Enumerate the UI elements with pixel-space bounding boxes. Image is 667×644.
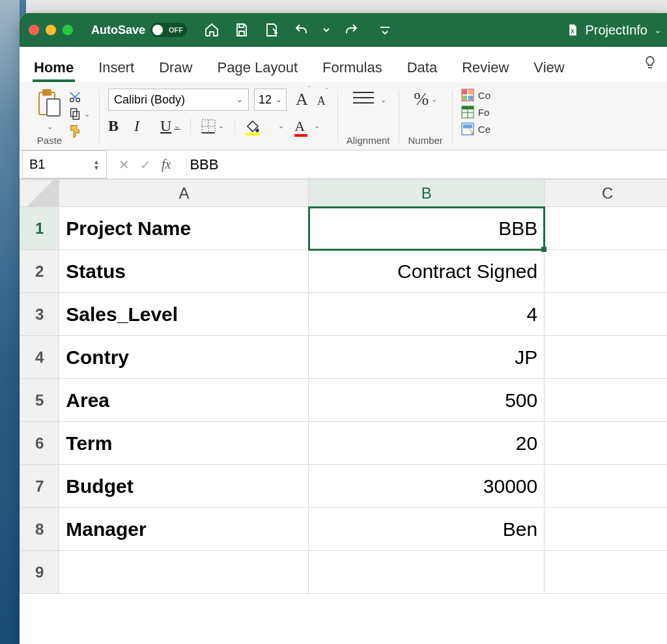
borders-button[interactable]: ⌄ (201, 119, 224, 133)
enter-formula-button[interactable]: ✓ (140, 157, 151, 173)
tab-insert[interactable]: Insert (97, 53, 135, 81)
cell-A2[interactable]: Status (59, 250, 309, 293)
font-color-button[interactable]: A ⌄ (294, 118, 320, 135)
cut-button[interactable] (68, 90, 90, 104)
cell-A9[interactable] (59, 551, 309, 594)
cell-C8[interactable] (545, 508, 667, 551)
row-header[interactable]: 5 (20, 379, 59, 422)
tab-home[interactable]: Home (33, 53, 75, 81)
cell-C7[interactable] (545, 465, 667, 508)
cell-C6[interactable] (545, 422, 667, 465)
cell-A4[interactable]: Contry (59, 336, 309, 379)
paste-button[interactable] (35, 89, 64, 121)
cancel-formula-button[interactable]: ✕ (119, 157, 130, 173)
select-all-corner[interactable] (20, 180, 59, 207)
column-header-C[interactable]: C (545, 180, 667, 207)
titlebar: AutoSave OFF X ProjectInfo ⌄ (20, 13, 667, 47)
qat-customize-icon[interactable] (376, 21, 394, 39)
decrease-font-size-button[interactable]: Aˇ (317, 93, 328, 108)
document-title[interactable]: X ProjectInfo ⌄ (565, 23, 662, 38)
cell-B6[interactable]: 20 (309, 422, 545, 465)
svg-rect-17 (468, 90, 473, 94)
cell-C3[interactable] (545, 293, 667, 336)
minimize-window-button[interactable] (46, 25, 56, 35)
column-header-A[interactable]: A (59, 180, 309, 207)
row-header[interactable]: 4 (20, 336, 59, 379)
row-header[interactable]: 6 (20, 422, 59, 465)
cell-A3[interactable]: Sales_Level (59, 293, 309, 336)
svg-rect-7 (73, 111, 79, 119)
cell-C9[interactable] (545, 551, 667, 594)
cell-B4[interactable]: JP (309, 336, 545, 379)
tab-page-layout[interactable]: Page Layout (216, 53, 300, 81)
tell-me-icon[interactable] (642, 55, 658, 74)
column-header-B[interactable]: B (309, 180, 545, 207)
chevron-down-icon: ⌄ (174, 122, 180, 130)
chevron-down-icon: ⌄ (218, 122, 224, 130)
row-header[interactable]: 2 (20, 250, 59, 293)
tab-review[interactable]: Review (461, 53, 510, 81)
chevron-down-icon: ⌄ (380, 96, 386, 104)
row-header[interactable]: 8 (20, 508, 59, 551)
cell-B3[interactable]: 4 (309, 293, 545, 336)
cell-styles-button[interactable]: Ce (461, 122, 490, 135)
chevron-down-icon: ⌄ (314, 122, 320, 130)
cell-A7[interactable]: Budget (59, 465, 309, 508)
save-icon[interactable] (233, 21, 251, 39)
format-painter-button[interactable] (68, 124, 90, 138)
tab-formulas[interactable]: Formulas (321, 53, 384, 81)
ribbon-tabs: Home Insert Draw Page Layout Formulas Da… (20, 47, 667, 82)
underline-button[interactable]: U ⌄ (160, 117, 180, 135)
cell-A8[interactable]: Manager (59, 508, 309, 551)
undo-dropdown-icon[interactable] (322, 21, 330, 39)
redo-icon[interactable] (342, 21, 360, 39)
format-as-table-button[interactable]: Fo (461, 105, 490, 119)
cell-C5[interactable] (545, 379, 667, 422)
undo-icon[interactable] (292, 21, 311, 39)
zoom-window-button[interactable] (63, 25, 73, 35)
font-size-combo[interactable]: 12⌄ (254, 89, 287, 111)
cell-B5[interactable]: 500 (309, 379, 545, 422)
row-header[interactable]: 3 (20, 293, 59, 336)
cell-B8[interactable]: Ben (309, 508, 545, 551)
cell-A6[interactable]: Term (59, 422, 309, 465)
copy-button[interactable]: ⌄ (68, 107, 90, 121)
close-window-button[interactable] (29, 25, 39, 35)
svg-rect-2 (43, 90, 51, 95)
cell-A5[interactable]: Area (59, 379, 309, 422)
cell-C2[interactable] (545, 250, 667, 293)
save-edit-icon[interactable] (263, 21, 281, 39)
fx-icon[interactable]: fx (162, 157, 171, 172)
italic-button[interactable]: I (134, 117, 150, 135)
fill-color-button[interactable]: ⌄ (246, 119, 284, 133)
cell-B1[interactable]: BBB (309, 207, 545, 250)
formula-input[interactable]: BBB (187, 156, 667, 173)
cell-B2[interactable]: Contract Signed (309, 250, 545, 293)
number-format-button[interactable]: % ⌄ (414, 89, 437, 109)
cell-A1[interactable]: Project Name (59, 207, 309, 250)
font-name-combo[interactable]: Calibri (Body)⌄ (108, 89, 249, 111)
cell-C1[interactable] (545, 207, 667, 250)
autosave-switch-off[interactable]: OFF (150, 23, 187, 37)
tab-draw[interactable]: Draw (158, 53, 193, 81)
spreadsheet-grid[interactable]: A B C 1Project NameBBB2StatusContract Si… (20, 179, 667, 644)
cell-C4[interactable] (545, 336, 667, 379)
home-icon[interactable] (203, 21, 221, 39)
conditional-formatting-button[interactable]: Co (461, 89, 490, 102)
row-header[interactable]: 7 (20, 465, 59, 508)
tab-data[interactable]: Data (406, 53, 438, 81)
increase-font-size-button[interactable]: Aˆ (296, 90, 311, 109)
name-box-stepper[interactable]: ▲▼ (93, 159, 100, 171)
desktop-background (0, 0, 20, 644)
alignment-button[interactable]: ⌄ (350, 89, 386, 111)
paste-dropdown-icon[interactable]: ⌄ (47, 122, 53, 131)
row-header[interactable]: 9 (20, 551, 59, 594)
row-header[interactable]: 1 (20, 207, 59, 250)
autosave-toggle[interactable]: AutoSave OFF (91, 23, 187, 37)
name-box[interactable]: B1 ▲▼ (22, 150, 107, 178)
cell-B7[interactable]: 30000 (309, 465, 545, 508)
cell-B9[interactable] (309, 551, 545, 594)
tab-view[interactable]: View (532, 53, 565, 81)
bold-button[interactable]: B (108, 117, 124, 135)
formula-bar: B1 ▲▼ ✕ ✓ fx BBB (20, 150, 667, 179)
